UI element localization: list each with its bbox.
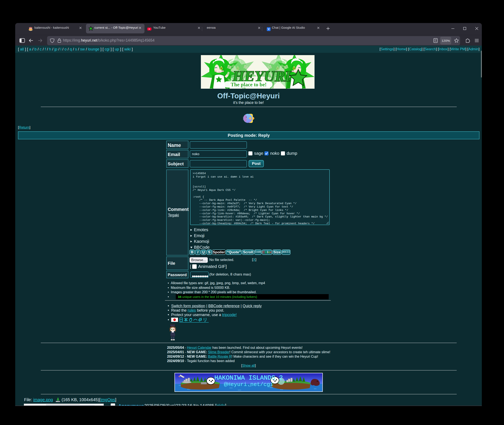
svg-text:The place to be!: The place to be! [231,82,267,87]
svg-text:HAKONIWA ISLANDS 2: HAKONIWA ISLANDS 2 [215,374,283,381]
svg-text:@Heyuri.net/cgi: @Heyuri.net/cgi [224,381,273,388]
